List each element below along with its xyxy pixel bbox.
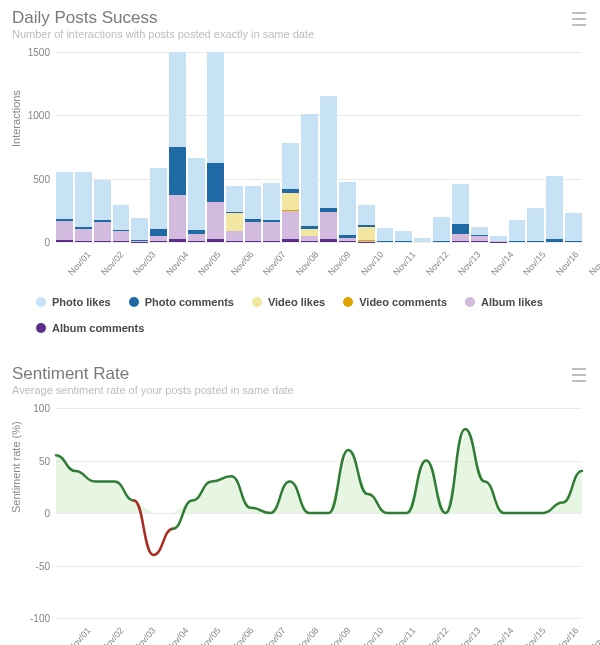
bar-segment — [226, 186, 243, 211]
bar-segment — [395, 231, 412, 241]
grid-line — [56, 242, 582, 243]
bar-column[interactable] — [282, 52, 299, 242]
bar-segment — [75, 172, 92, 228]
hamburger-menu-icon[interactable] — [572, 368, 588, 382]
bar-segment — [56, 172, 73, 219]
bar-column[interactable] — [395, 52, 412, 242]
grid-line — [56, 618, 582, 619]
bar-segment — [301, 241, 318, 242]
bars-container — [56, 52, 582, 242]
y-tick-label: 0 — [18, 508, 50, 519]
legend-label: Video comments — [359, 296, 447, 308]
y-tick-label: 0 — [18, 237, 50, 248]
bar-column[interactable] — [377, 52, 394, 242]
bar-segment — [113, 205, 130, 230]
bar-segment — [94, 241, 111, 242]
bar-column[interactable] — [546, 52, 563, 242]
legend-item[interactable]: Album likes — [465, 296, 543, 308]
bar-segment — [226, 231, 243, 241]
bar-column[interactable] — [320, 52, 337, 242]
y-tick-label: 500 — [18, 173, 50, 184]
bar-column[interactable] — [245, 52, 262, 242]
bar-segment — [169, 239, 186, 242]
x-tick-label: Nov/13 — [456, 624, 497, 645]
hamburger-menu-icon[interactable] — [572, 12, 588, 26]
bar-column[interactable] — [471, 52, 488, 242]
bar-segment — [414, 238, 431, 242]
bar-segment — [452, 234, 469, 242]
bar-segment — [188, 234, 205, 242]
bar-segment — [320, 239, 337, 242]
bar-segment — [471, 241, 488, 242]
bar-segment — [169, 52, 186, 147]
bar-segment — [358, 205, 375, 225]
bar-column[interactable] — [414, 52, 431, 242]
line-plot-area: Sentiment rate (%) -100-50050100 — [56, 408, 582, 618]
bar-column[interactable] — [358, 52, 375, 242]
bar-segment — [150, 229, 167, 237]
bar-segment — [282, 193, 299, 211]
bar-column[interactable] — [339, 52, 356, 242]
legend-item[interactable]: Video comments — [343, 296, 447, 308]
bar-column[interactable] — [509, 52, 526, 242]
bar-column[interactable] — [452, 52, 469, 242]
bar-column[interactable] — [169, 52, 186, 242]
bar-segment — [226, 241, 243, 242]
bar-segment — [320, 212, 337, 240]
daily-posts-chart: Daily Posts Sucess Number of interaction… — [12, 8, 588, 334]
bar-segment — [207, 239, 224, 242]
bar-segment — [56, 221, 73, 240]
legend-item[interactable]: Video likes — [252, 296, 325, 308]
chart2-subtitle: Average sentiment rate of your posts pos… — [12, 384, 294, 396]
legend-item[interactable]: Photo likes — [36, 296, 111, 308]
x-axis-2: Nov/01Nov/02Nov/03Nov/04Nov/05Nov/06Nov/… — [56, 624, 582, 645]
bar-column[interactable] — [94, 52, 111, 242]
bar-column[interactable] — [433, 52, 450, 242]
x-axis-1: Nov/01Nov/02Nov/03Nov/04Nov/05Nov/06Nov/… — [56, 248, 582, 276]
sentiment-rate-chart: Sentiment Rate Average sentiment rate of… — [12, 364, 588, 645]
bar-column[interactable] — [75, 52, 92, 242]
bar-column[interactable] — [188, 52, 205, 242]
bar-column[interactable] — [56, 52, 73, 242]
bar-segment — [263, 183, 280, 220]
bar-column[interactable] — [490, 52, 507, 242]
bar-column[interactable] — [113, 52, 130, 242]
bar-segment — [263, 241, 280, 242]
bar-column[interactable] — [301, 52, 318, 242]
bar-segment — [395, 241, 412, 242]
bar-segment — [433, 217, 450, 241]
legend-label: Photo comments — [145, 296, 234, 308]
y-tick-label: -50 — [18, 560, 50, 571]
y-axis-label-2: Sentiment rate (%) — [10, 421, 22, 513]
bar-segment — [245, 222, 262, 241]
x-tick-label: Nov/03 — [131, 624, 172, 645]
y-tick-label: 50 — [18, 455, 50, 466]
legend-item[interactable]: Album comments — [36, 322, 144, 334]
legend-label: Album likes — [481, 296, 543, 308]
bar-column[interactable] — [207, 52, 224, 242]
bar-column[interactable] — [527, 52, 544, 242]
bar-column[interactable] — [131, 52, 148, 242]
bar-column[interactable] — [226, 52, 243, 242]
sentiment-line[interactable] — [134, 500, 173, 555]
legend-swatch — [343, 297, 353, 307]
bar-segment — [75, 241, 92, 242]
bar-segment — [339, 241, 356, 242]
bar-segment — [452, 224, 469, 234]
bar-segment — [188, 158, 205, 230]
chart1-title: Daily Posts Sucess — [12, 8, 314, 28]
bar-column[interactable] — [263, 52, 280, 242]
legend-swatch — [129, 297, 139, 307]
bar-segment — [188, 241, 205, 242]
bar-segment — [527, 241, 544, 242]
sentiment-line[interactable] — [173, 429, 582, 529]
bar-column[interactable] — [150, 52, 167, 242]
legend-swatch — [36, 323, 46, 333]
legend-item[interactable]: Photo comments — [129, 296, 234, 308]
bar-segment — [113, 241, 130, 242]
x-tick-label: Nov/01 — [66, 624, 107, 645]
bar-column[interactable] — [565, 52, 582, 242]
bar-segment — [207, 163, 224, 202]
bar-segment — [113, 231, 130, 242]
bar-segment — [245, 241, 262, 242]
